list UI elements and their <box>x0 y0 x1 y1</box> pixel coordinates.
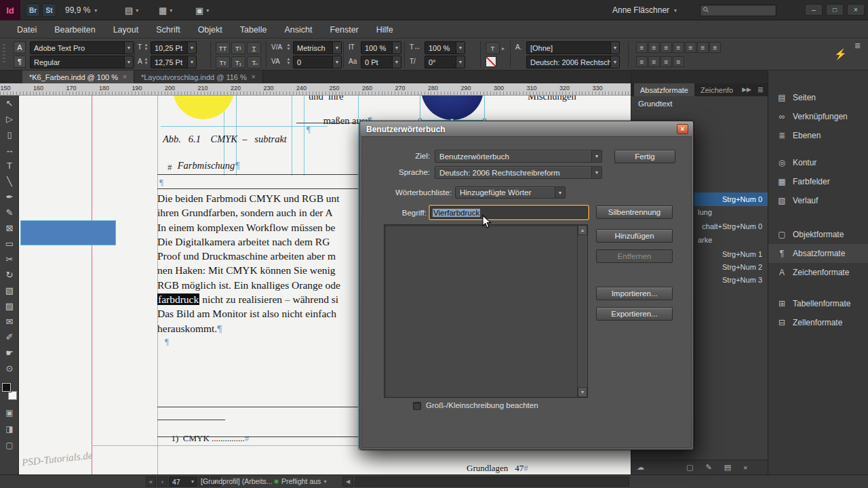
search-input[interactable]: ⚲ <box>700 4 776 16</box>
align-right-button[interactable]: ≡ <box>660 42 672 53</box>
menu-item[interactable]: Bearbeiten <box>45 21 104 38</box>
chevron-down-icon[interactable]: ▼ <box>124 42 133 54</box>
text-color-swatch[interactable] <box>486 56 496 67</box>
bridge-button[interactable]: Br <box>26 3 40 17</box>
indent-right-button[interactable]: ≡ <box>648 56 660 67</box>
chevron-down-icon[interactable]: ▼ <box>187 42 196 54</box>
document-tab-active[interactable]: *K6_Farben.indd @ 100 % × <box>22 70 134 83</box>
vertical-scale-combo[interactable]: 100 % ▼ <box>361 41 401 54</box>
delete-style-icon[interactable]: × <box>743 464 747 472</box>
kerning-stepper[interactable]: ▲▼ <box>285 43 292 51</box>
tab-character-styles[interactable]: Zeichenfo <box>694 83 739 96</box>
close-tab-icon[interactable]: × <box>252 73 256 81</box>
leading-stepper[interactable]: ▲▼ <box>143 57 149 65</box>
entfernen-button[interactable]: Entfernen <box>596 249 673 263</box>
arrange-documents-button[interactable]: ▦▾ <box>159 5 172 16</box>
language-combo[interactable]: Deutsch: 2006 Rechtsch... ▼ <box>526 56 620 68</box>
stroke-swatch[interactable] <box>8 391 17 400</box>
hand-tool[interactable]: ☛ <box>0 345 19 361</box>
hinzufuegen-button[interactable]: Hinzufügen <box>596 229 673 243</box>
tracking-combo[interactable]: 0 ▼ <box>293 56 342 68</box>
menu-item[interactable]: Tabelle <box>231 21 276 38</box>
preflight-status[interactable]: Preflight aus ▾ <box>274 477 326 485</box>
column-guide[interactable] <box>358 96 359 450</box>
direct-selection-tool[interactable]: ▷ <box>0 111 19 127</box>
dialog-title-bar[interactable]: Benutzerwörterbuch <box>361 123 692 136</box>
menu-item[interactable]: Ansicht <box>275 21 321 38</box>
minimize-button[interactable]: – <box>805 4 823 16</box>
chevron-down-icon[interactable]: ▼ <box>610 56 619 68</box>
horizontal-ruler[interactable]: 1501601701801902002102202302402502602702… <box>0 83 631 96</box>
menu-item[interactable]: Hilfe <box>368 21 402 38</box>
apply-color-button[interactable]: ◨ <box>0 422 19 436</box>
pencil-tool[interactable]: ✎ <box>0 205 19 220</box>
layers-panel-button[interactable]: ≣ Ebenen <box>768 126 868 145</box>
free-transform-tool[interactable]: ↻ <box>0 267 19 283</box>
chevron-down-icon[interactable]: ▼ <box>555 187 565 198</box>
menu-item[interactable]: Datei <box>8 21 45 38</box>
exportieren-button[interactable]: Exportieren... <box>596 307 673 321</box>
silbentrennung-button[interactable]: Silbentrennung <box>596 205 673 219</box>
superscript-button[interactable]: T¹ <box>231 42 245 54</box>
small-caps-button[interactable]: Tᴛ <box>216 56 230 68</box>
scroll-down-icon[interactable]: ▼ <box>578 387 587 397</box>
eyedropper-tool[interactable]: ✐ <box>0 329 19 345</box>
column-guide[interactable] <box>304 96 304 176</box>
panel-menu-icon[interactable]: ≣ <box>757 85 764 94</box>
indent-last-line-button[interactable]: ≡ <box>673 56 684 67</box>
underline-button[interactable]: T̲ <box>247 42 261 54</box>
scroll-up-icon[interactable]: ▲ <box>578 225 587 235</box>
style-group-icon[interactable]: ▢ <box>686 463 693 472</box>
gradient-feather-tool[interactable]: ▨ <box>0 298 19 314</box>
screen-mode-button[interactable]: ▣▾ <box>195 5 209 16</box>
begriff-input[interactable]: Vierfarbdruck <box>430 206 588 219</box>
column-guide[interactable] <box>292 96 292 176</box>
paragraph-formatting-toggle[interactable]: ¶ <box>14 56 26 68</box>
rectangle-tool[interactable]: ▭ <box>0 236 19 251</box>
character-style-combo[interactable]: [Ohne] ▼ <box>526 41 620 54</box>
chevron-down-icon[interactable]: ▼ <box>456 56 465 68</box>
style-shortcut[interactable]: Strg+Num 3 <box>722 276 762 284</box>
menu-item[interactable]: Layout <box>104 21 148 38</box>
fertig-button[interactable]: Fertig <box>614 150 675 163</box>
panel-menu-icon[interactable]: ≣ <box>854 41 861 50</box>
view-options-button[interactable]: ▤▾ <box>125 5 138 16</box>
all-caps-button[interactable]: TT <box>216 42 230 54</box>
clear-overrides-icon[interactable]: ✎ <box>705 463 711 472</box>
chevron-down-icon[interactable]: ▼ <box>332 42 341 54</box>
previous-page-button[interactable]: ‹ <box>157 476 167 487</box>
chevron-down-icon[interactable]: ▼ <box>610 42 619 54</box>
font-size-stepper[interactable]: ▲▼ <box>143 43 149 51</box>
body-paragraph[interactable]: Die beiden Farbmodi CMYK und RGB untihre… <box>157 191 340 336</box>
panel-expand-icon[interactable]: ▶▶ <box>742 86 751 93</box>
page-number-field[interactable]: 47 ▾ <box>169 476 197 487</box>
zoom-tool[interactable]: ⊙ <box>0 361 19 376</box>
menu-item[interactable]: Fenster <box>321 21 367 38</box>
importieren-button[interactable]: Importieren... <box>596 287 673 300</box>
character-formatting-toggle[interactable]: A <box>14 41 26 54</box>
type-tool[interactable]: T <box>0 158 19 174</box>
sprache-select[interactable]: Deutsch: 2006 Rechtschreibreform ▼ <box>435 166 602 179</box>
align-left-button[interactable]: ≡ <box>636 42 648 53</box>
object-styles-panel-button[interactable]: ▢ Objektformate <box>768 225 868 244</box>
scroll-left-button[interactable]: ◀ <box>342 476 353 487</box>
horizontal-scale-combo[interactable]: 100 % ▼ <box>425 41 465 54</box>
chevron-down-icon[interactable]: ▼ <box>124 56 133 68</box>
woerter-listbox[interactable]: ▲ ▼ <box>384 224 588 398</box>
gradient-panel-button[interactable]: ▧ Verlauf <box>768 191 868 210</box>
frame-tool[interactable]: ⊠ <box>0 220 19 236</box>
margin-guide[interactable] <box>92 96 92 474</box>
indent-left-button[interactable]: ≡ <box>636 56 648 67</box>
dialog-close-button[interactable]: × <box>677 124 688 134</box>
sync-cloud-icon[interactable]: ☁ <box>637 463 644 472</box>
pages-panel-button[interactable]: ▤ Seiten <box>768 88 868 107</box>
cs-live-user-menu[interactable]: Anne Fläschner ▾ <box>612 5 677 15</box>
first-page-button[interactable]: « <box>146 476 156 487</box>
chevron-down-icon[interactable]: ▼ <box>332 56 341 68</box>
pen-tool[interactable]: ✒ <box>0 189 19 205</box>
justify-center-button[interactable]: ≡ <box>685 42 696 53</box>
page-tool[interactable]: ▯ <box>0 127 19 142</box>
document-tab-inactive[interactable]: *Layoutvorschlag.indd @ 116 % × <box>134 70 263 83</box>
new-style-icon[interactable]: ▤ <box>724 463 731 472</box>
swatches-panel-button[interactable]: ▦ Farbfelder <box>768 172 868 191</box>
